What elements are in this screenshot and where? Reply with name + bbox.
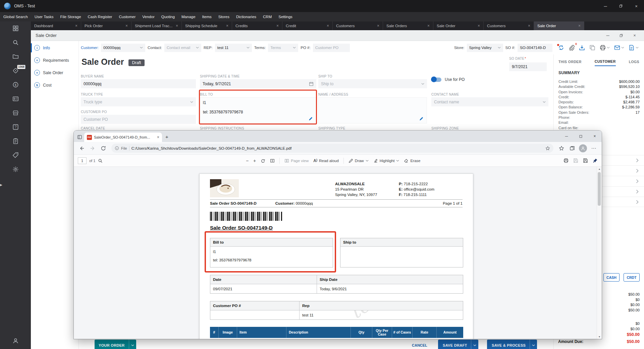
menu-manage[interactable]: Manage: [178, 15, 199, 19]
sync-button[interactable]: [558, 45, 564, 51]
tab-this-order[interactable]: THIS ORDER: [558, 56, 582, 66]
document-button[interactable]: [629, 45, 639, 51]
menu-global-search[interactable]: Global Search: [0, 15, 31, 19]
tab-shipment-load-trac[interactable]: Shipment Load Trac...×: [131, 21, 182, 30]
menu-quoting[interactable]: Quoting: [158, 15, 178, 19]
browser-back-button[interactable]: [77, 144, 87, 153]
cancel-button[interactable]: CANCEL: [407, 340, 433, 349]
tab-sale-order[interactable]: Sale Order×: [534, 21, 584, 30]
highlight-button[interactable]: Highlight: [373, 158, 399, 163]
store-icon[interactable]: [11, 109, 19, 117]
your-order-button[interactable]: YOUR ORDER: [95, 340, 136, 349]
rep-select[interactable]: test 11: [215, 44, 252, 52]
scroll-down-icon[interactable]: ▼: [598, 336, 601, 338]
close-button[interactable]: ×: [629, 0, 644, 12]
tab-close-icon[interactable]: ×: [528, 23, 530, 28]
scrollbar-thumb[interactable]: [598, 172, 601, 206]
new-tab-button[interactable]: +: [165, 134, 168, 140]
address-bar[interactable]: File C:/Users/Karina_Shchitova/Downloads…: [111, 144, 553, 153]
contact-name-select[interactable]: Contact name: [431, 97, 548, 106]
attachments-button[interactable]: 0: [569, 45, 575, 51]
pdf-save-as-button[interactable]: [583, 158, 588, 163]
tab-close-icon[interactable]: ×: [226, 23, 228, 28]
terms-select[interactable]: Terms: [268, 44, 298, 52]
collections-button[interactable]: [568, 144, 577, 153]
tab-close-icon[interactable]: ×: [276, 23, 279, 28]
erase-button[interactable]: Erase: [404, 158, 420, 163]
search-icon[interactable]: [11, 38, 19, 47]
menu-settings[interactable]: Settings: [275, 15, 296, 19]
browser-minimize-button[interactable]: ─: [559, 131, 574, 142]
pdf-search-icon[interactable]: [98, 158, 103, 163]
nav-requirements[interactable]: ≡Requirements: [31, 54, 78, 66]
browser-refresh-button[interactable]: [99, 144, 108, 153]
tab-close-icon[interactable]: ×: [176, 23, 178, 28]
info-icon[interactable]: [115, 146, 119, 150]
tab-close-icon[interactable]: ×: [157, 135, 159, 140]
tab-close-icon[interactable]: ×: [427, 23, 430, 28]
menu-cash-register[interactable]: Cash Register: [85, 15, 116, 19]
profile-avatar[interactable]: [579, 144, 587, 152]
tab-close-icon[interactable]: ×: [75, 23, 77, 28]
nav-sale-order[interactable]: ≡Sale Order: [31, 66, 78, 79]
menu-customer[interactable]: Customer: [115, 15, 139, 19]
customer-po-input-field[interactable]: Customer PO: [81, 115, 196, 124]
browser-maximize-button[interactable]: [574, 131, 588, 142]
add-favorite-icon[interactable]: [545, 146, 550, 151]
truck-type-select[interactable]: Truck type: [81, 97, 196, 106]
calendar-icon[interactable]: [309, 82, 314, 86]
tab-close-icon[interactable]: ×: [478, 23, 480, 28]
chevron-down-icon[interactable]: [471, 340, 478, 349]
save-draft-button[interactable]: SAVE DRAFT: [438, 340, 478, 349]
tab-close-icon[interactable]: ×: [327, 23, 329, 28]
tab-customers[interactable]: Customers×: [484, 21, 534, 30]
menu-dictionaries[interactable]: Dictionaries: [233, 15, 260, 19]
contacts-card-icon[interactable]: [11, 95, 19, 103]
tasks-clipboard-icon[interactable]: [11, 137, 19, 145]
tab-customer[interactable]: CUSTOMER: [595, 56, 616, 66]
user-icon[interactable]: [11, 337, 19, 345]
cash-button[interactable]: CASH: [603, 273, 620, 282]
page-number-input[interactable]: 1: [78, 157, 87, 164]
tab-dashboard[interactable]: Dashboard×: [31, 21, 81, 30]
folder-icon[interactable]: [11, 52, 19, 61]
scroll-up-icon[interactable]: ▲: [598, 168, 601, 170]
rotate-button[interactable]: [261, 158, 265, 163]
edit-name-address-button[interactable]: [419, 116, 424, 121]
save-process-button[interactable]: SAVE & PROCESS: [487, 340, 537, 349]
customer-select[interactable]: 00000qqq: [101, 44, 145, 52]
ship-to-select[interactable]: Ship to: [318, 79, 427, 88]
minimize-button[interactable]: ─: [598, 0, 613, 12]
nav-info[interactable]: iInfo: [31, 42, 78, 54]
so-date-input[interactable]: 9/7/2021: [509, 62, 547, 71]
menu-file-storage[interactable]: File Storage: [57, 15, 85, 19]
browser-forward-button[interactable]: [88, 144, 97, 153]
menu-vendor[interactable]: Vendor: [139, 15, 158, 19]
mdi-minimize-button[interactable]: ─: [601, 30, 614, 41]
mdi-restore-button[interactable]: [614, 30, 628, 41]
tab-logs[interactable]: LOGS: [629, 56, 639, 66]
customer-po-input[interactable]: Customer PO: [313, 44, 350, 52]
mdi-close-button[interactable]: ×: [628, 30, 641, 41]
tab-shipping-schedule[interactable]: Shipping Schedule×: [182, 21, 232, 30]
tab-customers[interactable]: Customers×: [333, 21, 383, 30]
tab-close-icon[interactable]: ×: [125, 23, 128, 28]
read-aloud-button[interactable]: A)Read aloud: [313, 158, 339, 163]
settings-gear-icon[interactable]: [11, 165, 19, 173]
menu-crm[interactable]: CRM: [260, 15, 275, 19]
pin-toolbar-button[interactable]: [593, 158, 598, 163]
menu-stores[interactable]: Stores: [215, 15, 233, 19]
pdf-print-button[interactable]: [564, 158, 569, 163]
download-button[interactable]: [579, 45, 585, 51]
tab-close-icon[interactable]: ×: [377, 23, 379, 28]
store-select[interactable]: Spring Valley: [467, 44, 503, 52]
tab-sale-orders[interactable]: Sale Orders×: [383, 21, 433, 30]
favorites-button[interactable]: [557, 144, 566, 153]
zoom-out-button[interactable]: −: [246, 158, 249, 163]
buyer-name-input[interactable]: 00000qqq: [81, 79, 196, 88]
edit-bill-to-button[interactable]: [308, 116, 313, 121]
tab-actions-icon[interactable]: [77, 135, 82, 140]
tab-pick-order[interactable]: Pick Order×: [81, 21, 131, 30]
inventory-box-icon[interactable]: [11, 123, 19, 131]
browser-tab-pdf[interactable]: PDF SaleOrder_SO-0047149-D_from... ×: [84, 133, 162, 142]
